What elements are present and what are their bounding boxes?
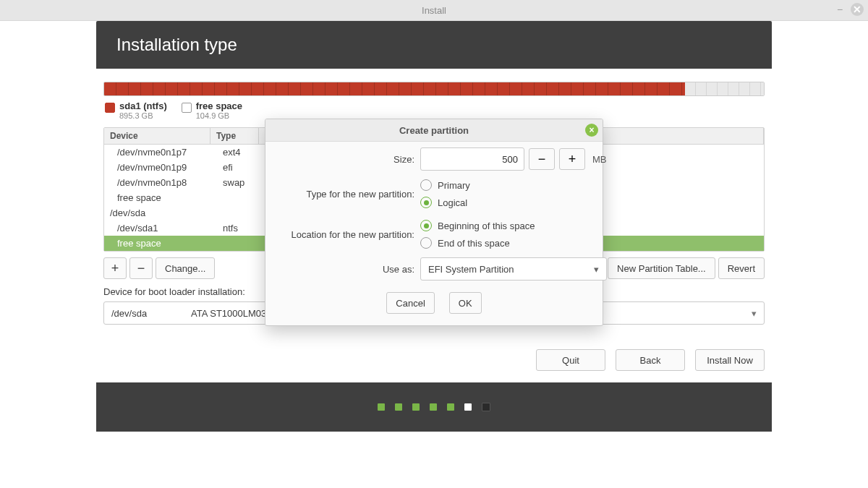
legend-free: free space 104.9 GB — [182, 100, 242, 120]
square-icon — [182, 103, 192, 113]
cell-device: /dev/sda — [104, 205, 210, 221]
disk-usage-used-segment — [104, 82, 685, 95]
cell-type: ext4 — [217, 145, 265, 160]
use-as-select[interactable]: EFI System Partition ▾ — [420, 257, 607, 281]
square-icon — [105, 103, 115, 113]
cell-type: swap — [217, 175, 265, 190]
dialog-title: Create partition — [399, 125, 469, 136]
step-dot — [482, 403, 490, 411]
window-minimize-icon[interactable]: − — [833, 3, 846, 16]
create-partition-dialog: Create partition × Size: − + MB Type for… — [265, 119, 603, 326]
radio-icon — [420, 179, 432, 191]
size-increment-button[interactable]: + — [559, 148, 585, 170]
cell-type — [217, 236, 265, 251]
cancel-button[interactable]: Cancel — [386, 292, 434, 314]
quit-button[interactable]: Quit — [536, 349, 605, 371]
partition-type-label: Type for the new partition: — [276, 189, 420, 200]
change-partition-button[interactable]: Change... — [156, 257, 215, 279]
cell-device: free space — [104, 236, 217, 251]
cell-device: free space — [104, 190, 217, 205]
partition-location-label: Location for the new partition: — [276, 229, 420, 240]
install-button[interactable]: Install Now — [695, 349, 765, 371]
close-icon[interactable]: × — [585, 124, 598, 137]
step-dot — [412, 403, 420, 411]
window-titlebar: Install − ✕ — [0, 0, 868, 21]
col-type[interactable]: Type — [210, 128, 259, 144]
disk-usage-free-segment — [685, 82, 764, 95]
step-dot — [395, 403, 402, 411]
back-button[interactable]: Back — [616, 349, 685, 371]
radio-icon — [420, 237, 432, 249]
wizard-step-indicator — [96, 382, 772, 432]
radio-logical[interactable]: Logical — [420, 197, 607, 208]
window-title: Install — [422, 5, 446, 16]
chevron-down-icon: ▾ — [594, 264, 599, 275]
installer-header: Installation type — [96, 21, 772, 69]
radio-location-begin[interactable]: Beginning of this space — [420, 220, 607, 231]
radio-icon — [420, 220, 432, 231]
cell-device: /dev/nvme0n1p8 — [104, 175, 217, 190]
new-partition-table-button[interactable]: New Partition Table... — [608, 257, 715, 279]
page-title: Installation type — [116, 35, 237, 55]
remove-partition-button[interactable]: − — [129, 257, 153, 279]
radio-location-end[interactable]: End of this space — [420, 237, 607, 249]
disk-usage-bar: sda1 (ntfs) 895.3 GB free space 104.9 GB — [96, 69, 772, 123]
step-dot-current — [464, 403, 472, 411]
cell-type — [217, 190, 265, 205]
window-close-icon[interactable]: ✕ — [851, 3, 864, 16]
size-input[interactable] — [420, 147, 524, 171]
size-label: Size: — [276, 154, 420, 165]
step-dot — [378, 403, 385, 411]
cell-type: ntfs — [217, 221, 265, 236]
cell-device: /dev/sda1 — [104, 221, 217, 236]
cell-device: /dev/nvme0n1p7 — [104, 145, 217, 160]
radio-icon — [420, 197, 432, 208]
revert-button[interactable]: Revert — [718, 257, 765, 279]
cell-device: /dev/nvme0n1p9 — [104, 160, 217, 175]
legend-used: sda1 (ntfs) 895.3 GB — [105, 100, 167, 120]
use-as-label: Use as: — [276, 264, 420, 275]
size-decrement-button[interactable]: − — [529, 148, 555, 170]
add-partition-button[interactable]: + — [103, 257, 127, 279]
cell-type: efi — [217, 160, 265, 175]
size-unit: MB — [590, 154, 607, 165]
radio-primary[interactable]: Primary — [420, 179, 607, 191]
step-dot — [447, 403, 454, 411]
chevron-down-icon: ▾ — [752, 308, 757, 319]
ok-button[interactable]: OK — [449, 292, 482, 314]
col-device[interactable]: Device — [104, 128, 210, 144]
step-dot — [430, 403, 437, 411]
cell-type — [210, 205, 258, 221]
